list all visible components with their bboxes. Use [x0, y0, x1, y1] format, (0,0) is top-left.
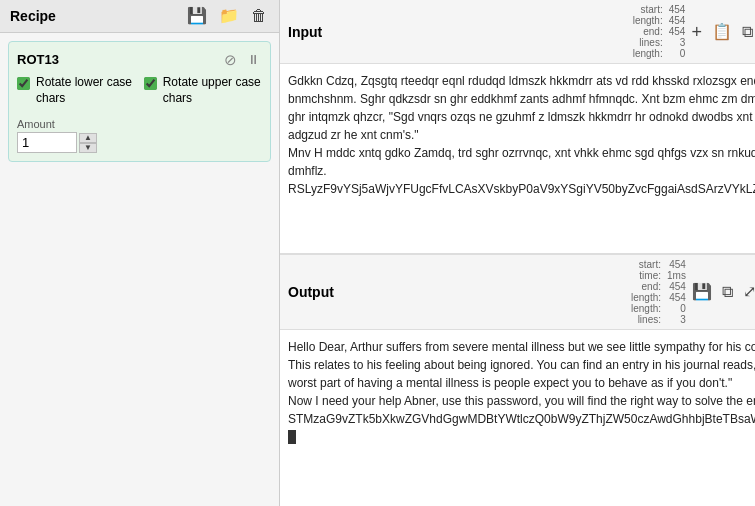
recipe-item-header: ROT13 ⊘ ⏸: [17, 50, 262, 69]
input-meta: start: 454 length: 454 end: 454 lines: 3…: [633, 4, 686, 59]
output-section: Output start: 454 time: 1ms end: 454 len…: [280, 254, 755, 507]
input-length-value2: 0: [669, 48, 686, 59]
input-length-label1: length:: [633, 15, 663, 26]
save-button[interactable]: 💾: [185, 6, 209, 26]
output-end-value: 454: [667, 281, 686, 292]
input-add-button[interactable]: +: [689, 21, 704, 43]
recipe-content: ROT13 ⊘ ⏸ Rotate lower case chars Rotate…: [0, 33, 279, 506]
amount-input-row: ▲ ▼: [17, 132, 262, 153]
amount-increment-button[interactable]: ▲: [79, 133, 97, 143]
recipe-item-name: ROT13: [17, 52, 59, 67]
recipe-item-controls: ⊘ ⏸: [222, 50, 262, 69]
output-title: Output: [288, 284, 334, 300]
text-cursor: [288, 430, 296, 444]
output-time-label: time:: [631, 270, 661, 281]
input-header: Input start: 454 length: 454 end: 454 li…: [280, 0, 755, 64]
input-end-label: end:: [633, 26, 663, 37]
input-start-label: start:: [633, 4, 663, 15]
output-time-value: 1ms: [667, 270, 686, 281]
left-panel: Recipe 💾 📁 🗑 ROT13 ⊘ ⏸ Rotate lower case…: [0, 0, 280, 506]
output-lines-label: lines:: [631, 314, 661, 325]
input-lines-value: 3: [669, 37, 686, 48]
rotate-lower-row: Rotate lower case chars: [17, 75, 134, 106]
output-meta: start: 454 time: 1ms end: 454 length: 45…: [631, 259, 686, 325]
open-folder-button[interactable]: 📁: [217, 6, 241, 26]
output-length-value: 454: [667, 292, 686, 303]
rotate-upper-label: Rotate upper case chars: [163, 75, 262, 106]
delete-button[interactable]: 🗑: [249, 6, 269, 26]
input-length-value1: 454: [669, 15, 686, 26]
output-start-value: 454: [667, 259, 686, 270]
input-length-label2: length:: [633, 48, 663, 59]
output-expand-button[interactable]: ⤢: [741, 282, 755, 302]
output-lines-value: 3: [667, 314, 686, 325]
input-lines-label: lines:: [633, 37, 663, 48]
input-copy-button[interactable]: ⧉: [740, 22, 755, 42]
input-end-value: 454: [669, 26, 686, 37]
output-text[interactable]: Hello Dear, Arthur suffers from severe m…: [280, 330, 755, 507]
rotate-upper-checkbox[interactable]: [144, 77, 157, 90]
input-text[interactable]: Gdkkn Cdzq, Zqsgtq rteedqr eqnl rdudqd l…: [280, 64, 755, 253]
input-section: Input start: 454 length: 454 end: 454 li…: [280, 0, 755, 254]
input-title: Input: [288, 24, 322, 40]
recipe-title: Recipe: [10, 8, 56, 24]
amount-decrement-button[interactable]: ▼: [79, 143, 97, 153]
output-length-label: length:: [631, 292, 661, 303]
output-end-label: end:: [631, 281, 661, 292]
input-icons: + 📋 ⧉ 🗑 ⤢: [689, 21, 755, 43]
input-open-button[interactable]: 📋: [710, 22, 734, 42]
rot13-recipe-item: ROT13 ⊘ ⏸ Rotate lower case chars Rotate…: [8, 41, 271, 162]
output-copy-button[interactable]: ⧉: [720, 282, 735, 302]
rotate-upper-row: Rotate upper case chars: [144, 75, 262, 106]
output-length0-value: 0: [667, 303, 686, 314]
amount-section: Amount ▲ ▼: [17, 118, 262, 153]
amount-input[interactable]: [17, 132, 77, 153]
rotate-lower-checkbox[interactable]: [17, 77, 30, 90]
output-icons: 💾 ⧉ ⤢ ↩ ⤢: [690, 282, 755, 302]
recipe-header: Recipe 💾 📁 🗑: [0, 0, 279, 33]
amount-spinner: ▲ ▼: [79, 133, 97, 153]
output-save-button[interactable]: 💾: [690, 282, 714, 302]
output-header: Output start: 454 time: 1ms end: 454 len…: [280, 254, 755, 330]
input-start-value: 454: [669, 4, 686, 15]
disable-recipe-button[interactable]: ⊘: [222, 50, 239, 69]
output-length0-label: length:: [631, 303, 661, 314]
right-panel: Input start: 454 length: 454 end: 454 li…: [280, 0, 755, 506]
amount-label: Amount: [17, 118, 262, 130]
recipe-header-icons: 💾 📁 🗑: [185, 6, 269, 26]
pause-recipe-button[interactable]: ⏸: [245, 51, 262, 68]
output-start-label: start:: [631, 259, 661, 270]
rotate-lower-label: Rotate lower case chars: [36, 75, 134, 106]
